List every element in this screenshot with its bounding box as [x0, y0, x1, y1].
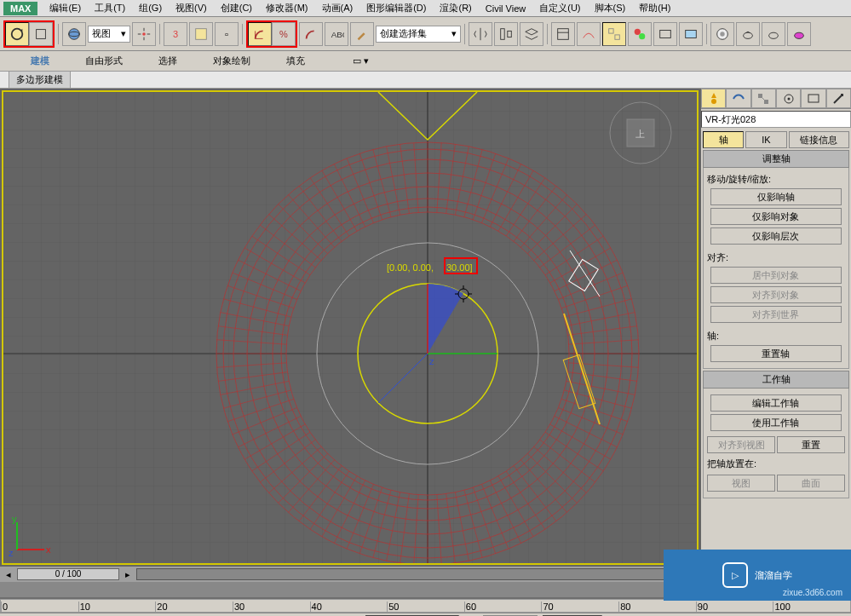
mode-ik-button[interactable]: IK: [745, 131, 786, 148]
menu-custom[interactable]: 自定义(U): [532, 0, 587, 16]
svg-point-152: [711, 99, 716, 104]
cmd-tab-hierarchy-icon[interactable]: [751, 89, 776, 108]
svg-text:ABC: ABC: [331, 29, 344, 38]
ribbon-tab-populate[interactable]: 填充: [281, 51, 310, 71]
curve-editor-icon[interactable]: [577, 22, 601, 46]
svg-point-13: [635, 28, 641, 34]
svg-rect-15: [660, 30, 671, 37]
align-to-world-button[interactable]: 对齐到世界: [710, 306, 842, 323]
menu-graph[interactable]: 图形编辑器(D): [359, 0, 433, 16]
svg-text:x: x: [46, 544, 51, 555]
menu-group[interactable]: 组(G): [132, 0, 169, 16]
ribbon-tabs: 建模 自由形式 选择 对象绘制 填充 ▭ ▾: [0, 51, 851, 72]
coord-system-dropdown[interactable]: 视图 ▾: [88, 26, 130, 43]
rollup-adjust-header[interactable]: 调整轴: [703, 150, 849, 168]
render-setup-icon[interactable]: [653, 22, 677, 46]
ribbon-expand-icon[interactable]: ▭ ▾: [353, 55, 369, 66]
rollup-adjust-pivot: 调整轴 移动/旋转/缩放: 仅影响轴 仅影响对象 仅影响层次 对齐: 居中到对象…: [703, 150, 849, 369]
menu-animate[interactable]: 动画(A): [315, 0, 360, 16]
ribbon-tab-selection[interactable]: 选择: [153, 51, 182, 71]
svg-line-155: [762, 98, 764, 100]
snap-2d-icon[interactable]: ▫: [215, 22, 239, 46]
svg-point-157: [787, 97, 790, 100]
globe-icon[interactable]: [62, 22, 86, 46]
menu-modifier[interactable]: 修改器(M): [259, 0, 315, 16]
center-to-object-button[interactable]: 居中到对象: [710, 267, 842, 284]
edit-named-sel-icon[interactable]: ABC: [325, 22, 348, 46]
pivot-center-icon[interactable]: [132, 22, 156, 46]
affect-object-button[interactable]: 仅影响对象: [710, 208, 842, 225]
svg-text:z: z: [429, 356, 434, 366]
time-tick: 90: [696, 602, 773, 612]
menu-help[interactable]: 帮助(H): [632, 0, 677, 16]
rotate-tool-icon[interactable]: [5, 22, 29, 46]
time-tick: 100: [773, 602, 850, 612]
cmd-tab-utilities-icon[interactable]: [826, 89, 851, 108]
svg-point-2: [69, 28, 80, 39]
quick-render-icon[interactable]: [787, 22, 811, 46]
reset-axis-button[interactable]: 重置轴: [710, 345, 842, 362]
ribbon-tab-freeform[interactable]: 自由形式: [80, 51, 128, 71]
cmd-tab-motion-icon[interactable]: [776, 89, 801, 108]
rollup-working-header[interactable]: 工作轴: [703, 371, 849, 389]
use-working-button[interactable]: 使用工作轴: [710, 414, 842, 431]
time-tick: 60: [464, 602, 542, 612]
menu-create[interactable]: 创建(C): [214, 0, 259, 16]
render-prod-icon[interactable]: [710, 22, 734, 46]
ribbon-tab-objpaint[interactable]: 对象绘制: [208, 51, 256, 71]
time-slider[interactable]: 0 / 100: [17, 568, 119, 580]
svg-point-21: [795, 32, 804, 38]
layer-explorer-icon[interactable]: [551, 22, 575, 46]
cmd-tab-create-icon[interactable]: [701, 89, 726, 108]
material-editor-icon[interactable]: [628, 22, 652, 46]
place-view-button[interactable]: 视图: [707, 475, 775, 492]
svg-rect-1: [37, 29, 46, 38]
percent-snap-icon[interactable]: %: [272, 22, 296, 46]
menu-script[interactable]: 脚本(S): [588, 0, 633, 16]
svg-rect-154: [764, 100, 768, 104]
svg-text:z: z: [9, 548, 14, 558]
mode-pivot-button[interactable]: 轴: [703, 131, 744, 148]
angle-snap-icon[interactable]: [248, 22, 272, 46]
cmd-tab-modify-icon[interactable]: [726, 89, 750, 108]
menu-edit[interactable]: 编辑(E): [43, 0, 88, 16]
align-to-view-button[interactable]: 对齐到视图: [707, 436, 775, 453]
edit-working-button[interactable]: 编辑工作轴: [710, 394, 842, 412]
reset-working-button[interactable]: 重置: [777, 436, 845, 453]
teapot-online-icon[interactable]: [762, 22, 785, 46]
rotation-readout: [0.00, 0.00,: [387, 262, 434, 273]
mode-linkinfo-button[interactable]: 链接信息: [789, 131, 849, 148]
affect-pivot-button[interactable]: 仅影响轴: [710, 188, 842, 205]
scale-tool-icon[interactable]: [29, 22, 53, 46]
viewport[interactable]: [+] [顶] [线框]: [0, 89, 700, 567]
render-frame-icon[interactable]: [679, 22, 703, 46]
time-tick: 20: [155, 602, 233, 612]
timeline-prev-icon[interactable]: ◂: [0, 569, 17, 580]
timeline-next-icon[interactable]: ▸: [119, 569, 136, 580]
svg-rect-158: [808, 95, 819, 102]
max-tab[interactable]: MAX: [3, 2, 37, 15]
ribbon-subtab-polymodel[interactable]: 多边形建模: [9, 71, 71, 89]
ribbon-tab-modeling[interactable]: 建模: [26, 51, 55, 71]
snap-3d-icon[interactable]: 3: [164, 22, 187, 46]
affect-hierarchy-button[interactable]: 仅影响层次: [710, 227, 842, 245]
mirror-icon[interactable]: [469, 22, 492, 46]
spinner-snap-icon[interactable]: [299, 22, 323, 46]
teapot-render-icon[interactable]: [736, 22, 760, 46]
object-name-field[interactable]: [701, 111, 851, 128]
svg-point-18: [720, 32, 724, 36]
menu-tools[interactable]: 工具(T): [88, 0, 132, 16]
menu-civil[interactable]: Civil View: [479, 2, 532, 15]
align-to-object-button[interactable]: 对齐到对象: [710, 286, 842, 303]
snap-25d-icon[interactable]: [189, 22, 213, 46]
schematic-view-icon[interactable]: [602, 22, 626, 46]
place-surface-button[interactable]: 曲面: [777, 475, 845, 492]
align-icon[interactable]: [494, 22, 518, 46]
layers-icon[interactable]: [520, 22, 543, 46]
cmd-tab-display-icon[interactable]: [801, 89, 825, 108]
named-selection-dropdown[interactable]: 创建选择集 ▾: [376, 26, 461, 43]
svg-rect-153: [758, 94, 762, 98]
menu-render[interactable]: 渲染(R): [433, 0, 478, 16]
menu-view[interactable]: 视图(V): [169, 0, 214, 16]
brush-icon[interactable]: [350, 22, 374, 46]
